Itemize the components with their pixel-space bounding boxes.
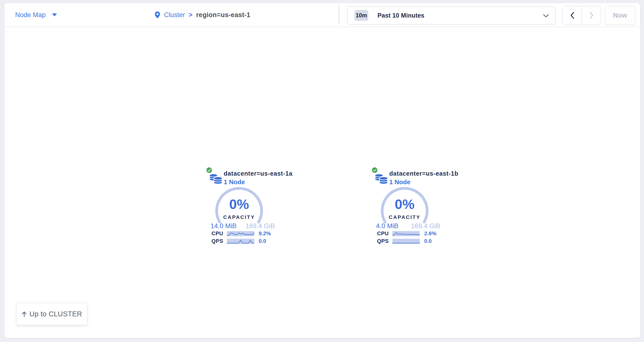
qps-metric-row: QPS 0.0 xyxy=(212,238,271,244)
qps-value: 0.0 xyxy=(259,238,266,244)
capacity-total: 169.4 GiB xyxy=(411,222,440,230)
time-range-badge: 10m xyxy=(354,10,368,21)
qps-value: 0.0 xyxy=(424,238,432,244)
breadcrumb-current: region=us-east-1 xyxy=(196,11,250,19)
node-map-canvas: datacenter=us-east-1a 1 Node 0% CAPACITY… xyxy=(4,27,640,338)
qps-sparkline xyxy=(227,239,254,244)
locality-card-us-east-1a[interactable]: datacenter=us-east-1a 1 Node 0% CAPACITY… xyxy=(206,167,276,245)
chevron-right-icon xyxy=(589,12,594,19)
qps-sparkline xyxy=(392,239,420,244)
now-button[interactable]: Now xyxy=(605,6,635,25)
locality-title: datacenter=us-east-1b xyxy=(389,170,458,177)
chevron-down-icon xyxy=(543,14,549,17)
time-prev-button[interactable] xyxy=(563,6,582,25)
database-stack-icon xyxy=(209,172,223,185)
chevron-left-icon xyxy=(570,12,575,19)
capacity-label: CAPACITY xyxy=(215,214,264,220)
time-range-selector[interactable]: 10m Past 10 Minutes xyxy=(347,6,556,24)
breadcrumb-cluster-link[interactable]: Cluster xyxy=(164,11,185,19)
arrow-up-icon xyxy=(22,311,27,317)
capacity-used: 14.0 MiB xyxy=(210,222,237,230)
capacity-values: 14.0 MiB 169.4 GiB xyxy=(206,222,276,230)
capacity-label: CAPACITY xyxy=(380,214,429,220)
top-bar: Node Map Cluster > region=us-east-1 10m … xyxy=(4,3,640,27)
caret-down-icon xyxy=(52,13,57,16)
capacity-gauge: 0% CAPACITY xyxy=(215,187,264,224)
location-pin-icon xyxy=(154,11,160,18)
capacity-gauge: 0% CAPACITY xyxy=(380,187,429,224)
capacity-total: 169.4 GiB xyxy=(246,222,275,230)
metrics: CPU 9.2% QPS 0.0 xyxy=(212,231,271,246)
node-map-page: { "header": { "view_selector_label": "No… xyxy=(0,0,644,342)
cpu-label: CPU xyxy=(377,230,392,237)
qps-label: QPS xyxy=(212,238,227,244)
locality-card-us-east-1b[interactable]: datacenter=us-east-1b 1 Node 0% CAPACITY… xyxy=(371,167,442,245)
capacity-values: 4.0 MiB 169.4 GiB xyxy=(371,222,442,230)
up-to-cluster-button[interactable]: Up to CLUSTER xyxy=(16,303,87,325)
cpu-sparkline xyxy=(392,231,420,236)
time-range-label: Past 10 Minutes xyxy=(378,12,424,19)
time-nav-group xyxy=(562,6,601,25)
qps-label: QPS xyxy=(377,238,392,244)
main-panel: Node Map Cluster > region=us-east-1 10m … xyxy=(4,3,640,338)
qps-metric-row: QPS 0.0 xyxy=(377,238,436,244)
capacity-percent: 0% xyxy=(215,196,264,212)
cpu-value: 9.2% xyxy=(259,230,271,237)
cpu-value: 2.6% xyxy=(424,230,436,237)
view-selector-label: Node Map xyxy=(15,11,46,19)
locality-node-count: 1 Node xyxy=(224,178,245,186)
up-to-cluster-label: Up to CLUSTER xyxy=(29,310,82,318)
breadcrumb-separator: > xyxy=(189,11,193,19)
breadcrumb: Cluster > region=us-east-1 xyxy=(154,3,250,27)
time-next-button[interactable] xyxy=(582,6,601,25)
database-stack-icon xyxy=(374,172,388,185)
locality-title: datacenter=us-east-1a xyxy=(224,170,293,177)
topbar-divider xyxy=(339,5,339,24)
cpu-sparkline xyxy=(227,231,254,236)
cpu-metric-row: CPU 2.6% xyxy=(377,231,436,236)
cpu-label: CPU xyxy=(212,230,227,237)
capacity-percent: 0% xyxy=(380,196,429,212)
cpu-metric-row: CPU 9.2% xyxy=(212,231,271,236)
view-selector-dropdown[interactable]: Node Map xyxy=(15,3,57,27)
capacity-used: 4.0 MiB xyxy=(376,222,398,230)
metrics: CPU 2.6% QPS 0.0 xyxy=(377,231,436,246)
locality-node-count: 1 Node xyxy=(389,178,410,186)
